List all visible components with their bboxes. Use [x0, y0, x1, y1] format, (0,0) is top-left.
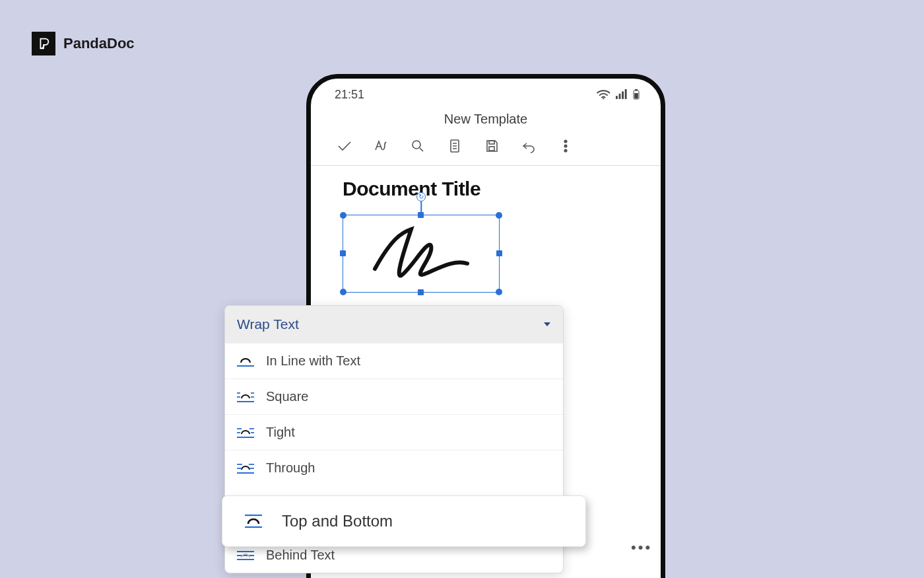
- resize-handle[interactable]: [340, 250, 346, 256]
- undo-icon: [521, 138, 537, 154]
- svg-rect-7: [634, 93, 638, 98]
- toolbar: [311, 136, 661, 166]
- svg-rect-11: [489, 147, 494, 151]
- document-title[interactable]: Document Title: [311, 166, 661, 200]
- wifi-icon: [597, 89, 610, 100]
- menu-label: Tight: [266, 425, 295, 440]
- wrap-option-top-bottom[interactable]: Top and Bottom: [222, 495, 586, 547]
- wrap-inline-icon: [237, 355, 254, 367]
- svg-rect-3: [622, 91, 624, 98]
- wrap-top-bottom-icon: [242, 514, 265, 528]
- wrap-option-through[interactable]: Through: [225, 450, 563, 486]
- svg-rect-4: [624, 89, 626, 99]
- more-vertical-icon: [558, 138, 574, 154]
- rotate-handle[interactable]: ↻: [416, 192, 426, 201]
- svg-point-0: [603, 98, 604, 99]
- page-icon: [447, 138, 463, 154]
- resize-handle[interactable]: [340, 212, 346, 219]
- wrap-square-icon: [237, 391, 254, 403]
- signal-icon: [616, 89, 628, 100]
- app-title: New Template: [311, 105, 661, 136]
- svg-point-12: [564, 140, 567, 143]
- battery-icon: [633, 89, 640, 100]
- wrap-text-title: Wrap Text: [237, 316, 299, 332]
- signature-image: [365, 223, 477, 285]
- wrap-option-inline[interactable]: In Line with Text: [225, 343, 563, 379]
- save-icon: [484, 138, 500, 154]
- status-indicators: [597, 89, 640, 100]
- svg-rect-2: [618, 94, 620, 99]
- svg-point-8: [412, 141, 420, 149]
- wrap-option-tight[interactable]: Tight: [225, 414, 563, 450]
- svg-point-13: [564, 145, 567, 147]
- overflow-indicator[interactable]: •••: [631, 539, 652, 556]
- status-time: 21:51: [335, 88, 364, 102]
- svg-rect-10: [489, 141, 494, 144]
- brand-logo-mark: [32, 32, 55, 55]
- text-style-icon: [373, 138, 389, 154]
- confirm-button[interactable]: [329, 136, 358, 156]
- save-button[interactable]: [477, 136, 506, 156]
- wrap-text-header[interactable]: Wrap Text: [225, 306, 563, 343]
- search-button[interactable]: [403, 136, 432, 156]
- resize-handle[interactable]: [418, 212, 424, 218]
- search-icon: [410, 138, 426, 154]
- chevron-down-icon: [543, 320, 551, 328]
- text-style-button[interactable]: [366, 136, 395, 156]
- svg-rect-1: [616, 96, 618, 99]
- menu-label: Top and Bottom: [282, 512, 393, 530]
- svg-point-14: [564, 149, 567, 152]
- undo-button[interactable]: [514, 136, 543, 156]
- menu-label: Through: [266, 460, 315, 476]
- brand-logo: PandaDoc: [32, 32, 135, 55]
- page-view-button[interactable]: [440, 136, 469, 156]
- resize-handle[interactable]: [496, 212, 502, 219]
- resize-handle[interactable]: [496, 250, 502, 256]
- image-selection[interactable]: ↻: [343, 215, 500, 293]
- wrap-option-square[interactable]: Square: [225, 379, 563, 414]
- wrap-behind-icon: [237, 550, 254, 561]
- wrap-tight-icon: [237, 427, 254, 439]
- brand-name: PandaDoc: [63, 35, 135, 52]
- resize-handle[interactable]: [496, 289, 502, 295]
- wrap-through-icon: [237, 462, 254, 474]
- more-button[interactable]: [551, 136, 580, 156]
- resize-handle[interactable]: [418, 289, 424, 295]
- selection-box[interactable]: [343, 215, 500, 293]
- menu-label: In Line with Text: [266, 353, 360, 369]
- menu-label: Behind Text: [266, 548, 335, 563]
- menu-label: Square: [266, 389, 309, 404]
- resize-handle[interactable]: [340, 289, 346, 295]
- check-icon: [336, 138, 352, 154]
- device-status-bar: 21:51: [311, 79, 661, 105]
